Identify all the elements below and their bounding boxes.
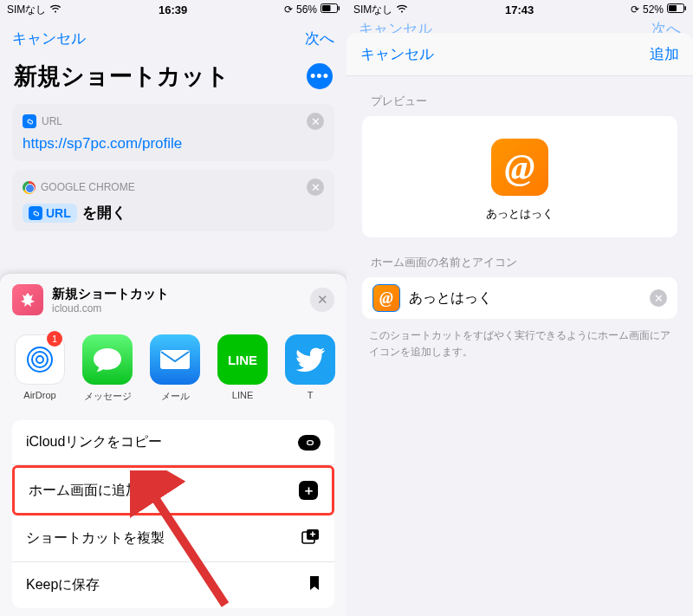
- action-label: ショートカットを複製: [26, 529, 165, 548]
- line-icon: LINE: [217, 334, 268, 385]
- wifi-icon: [396, 3, 408, 16]
- cloud-link-icon: [298, 435, 321, 451]
- share-close-button[interactable]: ✕: [310, 288, 334, 312]
- url-value[interactable]: https://sp7pc.com/profile: [23, 135, 324, 152]
- bookmark-icon: [308, 575, 321, 595]
- battery-percent: 52%: [643, 3, 664, 16]
- status-time: 16:39: [159, 3, 187, 16]
- modal-cancel-button[interactable]: キャンセル: [360, 44, 434, 64]
- messages-icon: [82, 334, 133, 385]
- chrome-card-label: GOOGLE CHROME: [41, 181, 135, 193]
- name-section-label: ホーム画面の名前とアイコン: [346, 237, 693, 277]
- cancel-button[interactable]: キャンセル: [12, 29, 86, 49]
- link-icon: [29, 206, 42, 220]
- plus-icon: ＋: [299, 481, 318, 500]
- pill-text: URL: [46, 206, 71, 220]
- line-app[interactable]: LINE LINE: [217, 334, 269, 403]
- preview-card: @ あっとはっく: [362, 116, 677, 237]
- app-label: メール: [161, 390, 190, 403]
- right-phone: SIMなし 17:43 ⟳ 52% キャンセル 次へ キャンセル 追加 プレビュ…: [346, 0, 693, 616]
- shortcut-app-icon: [12, 284, 43, 315]
- airdrop-app[interactable]: 1 AirDrop: [14, 334, 66, 403]
- mail-icon: [150, 334, 200, 385]
- status-time: 17:43: [505, 3, 534, 16]
- svg-rect-6: [160, 350, 190, 369]
- battery-percent: 56%: [296, 3, 317, 16]
- remove-url-button[interactable]: ✕: [307, 113, 324, 130]
- url-action-card[interactable]: URL ✕ https://sp7pc.com/profile: [12, 104, 334, 161]
- svg-rect-1: [322, 5, 331, 11]
- modal-add-button[interactable]: 追加: [650, 44, 679, 64]
- battery-icon: [321, 3, 340, 16]
- clear-name-button[interactable]: ✕: [650, 289, 667, 307]
- nav-bar: キャンセル 次へ: [0, 19, 346, 57]
- twitter-icon: [285, 334, 335, 385]
- svg-point-3: [36, 356, 43, 363]
- rotation-lock-icon: ⟳: [284, 3, 293, 16]
- more-button[interactable]: •••: [307, 63, 333, 89]
- preview-app-name: あっとはっく: [486, 206, 554, 222]
- badge-count: 1: [47, 331, 62, 347]
- page-title: 新規ショートカット: [14, 61, 230, 92]
- share-actions-list: iCloudリンクをコピー ホーム画面に追加 ＋ ショートカットを複製 Keep…: [12, 420, 334, 608]
- action-label: Keepに保存: [26, 576, 100, 594]
- add-to-home-row[interactable]: ホーム画面に追加 ＋: [12, 465, 334, 515]
- app-label: メッセージ: [84, 390, 132, 403]
- wifi-icon: [49, 3, 62, 16]
- preview-section-label: プレビュー: [346, 76, 693, 116]
- share-title: 新規ショートカット: [52, 286, 169, 302]
- chrome-icon: [23, 181, 36, 194]
- share-sheet: 新規ショートカット icloud.com ✕ 1 AirDrop メッセージ: [0, 274, 346, 616]
- url-pill[interactable]: URL: [23, 204, 77, 223]
- app-label: LINE: [232, 390, 253, 400]
- mail-app[interactable]: メール: [149, 334, 201, 403]
- action-label: ホーム画面に追加: [29, 482, 139, 500]
- svg-rect-2: [339, 6, 340, 10]
- link-icon: [23, 114, 36, 128]
- shortcut-icon-picker[interactable]: @: [372, 284, 400, 312]
- sim-status: SIMなし: [7, 3, 46, 17]
- left-phone: SIMなし 16:39 ⟳ 56% キャンセル 次へ 新規ショートカット •••…: [0, 0, 346, 616]
- share-subtitle: icloud.com: [52, 302, 169, 314]
- share-header: 新規ショートカット icloud.com ✕: [0, 274, 346, 326]
- duplicate-icon: [301, 528, 321, 548]
- helper-text: このショートカットをすばやく実行できるようにホーム画面にアイコンを追加します。: [346, 319, 693, 369]
- sim-status: SIMなし: [353, 3, 392, 17]
- keep-save-row[interactable]: Keepに保存: [12, 562, 334, 608]
- copy-icloud-link-row[interactable]: iCloudリンクをコピー: [12, 420, 334, 465]
- chrome-action-card[interactable]: GOOGLE CHROME ✕ URL を開く: [12, 170, 334, 231]
- app-label: T: [308, 390, 314, 400]
- action-label: iCloudリンクをコピー: [26, 433, 162, 451]
- svg-rect-12: [685, 6, 687, 10]
- remove-chrome-button[interactable]: ✕: [307, 178, 324, 196]
- shortcut-name-input[interactable]: [409, 290, 641, 306]
- svg-rect-11: [669, 5, 677, 11]
- rotation-lock-icon: ⟳: [631, 3, 639, 16]
- app-label: AirDrop: [23, 390, 55, 400]
- add-to-home-modal: キャンセル 追加 プレビュー @ あっとはっく ホーム画面の名前とアイコン @ …: [346, 33, 693, 616]
- share-app-row: 1 AirDrop メッセージ メール LINE: [0, 326, 346, 412]
- messages-app[interactable]: メッセージ: [81, 334, 133, 403]
- url-card-label: URL: [42, 115, 62, 127]
- svg-point-4: [32, 352, 48, 367]
- open-action-text: を開く: [82, 203, 126, 223]
- name-icon-card: @ ✕: [362, 277, 677, 319]
- next-button[interactable]: 次へ: [305, 29, 334, 49]
- duplicate-shortcut-row[interactable]: ショートカットを複製: [12, 515, 334, 562]
- title-row: 新規ショートカット •••: [0, 57, 346, 104]
- preview-app-icon: @: [491, 139, 548, 196]
- status-bar: SIMなし 16:39 ⟳ 56%: [0, 0, 346, 19]
- status-bar: SIMなし 17:43 ⟳ 52%: [346, 0, 693, 19]
- battery-icon: [667, 3, 686, 16]
- modal-nav: キャンセル 追加: [346, 33, 693, 76]
- twitter-app[interactable]: T: [284, 334, 336, 403]
